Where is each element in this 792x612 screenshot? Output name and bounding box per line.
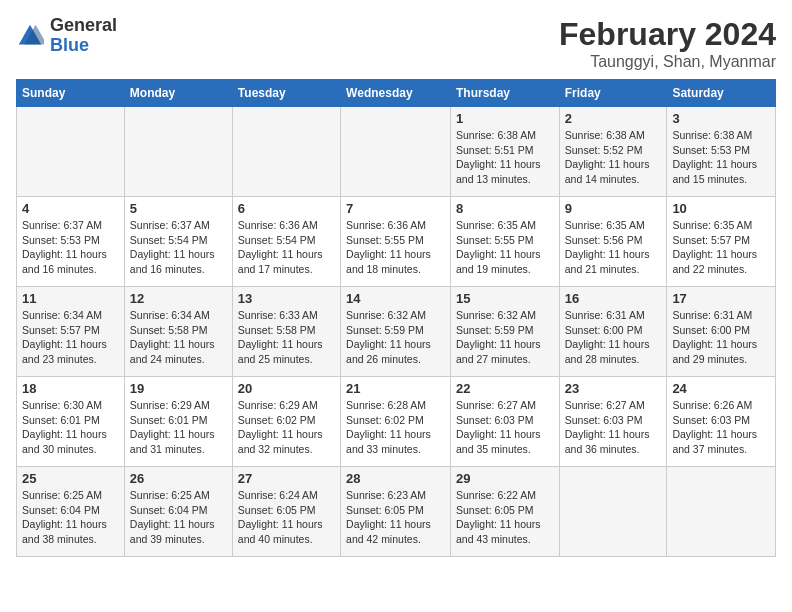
calendar-cell: 23Sunrise: 6:27 AMSunset: 6:03 PMDayligh… [559, 377, 667, 467]
calendar-cell: 27Sunrise: 6:24 AMSunset: 6:05 PMDayligh… [232, 467, 340, 557]
weekday-header: Tuesday [232, 80, 340, 107]
day-info: Sunrise: 6:36 AMSunset: 5:55 PMDaylight:… [346, 218, 445, 277]
calendar-week-row: 18Sunrise: 6:30 AMSunset: 6:01 PMDayligh… [17, 377, 776, 467]
calendar-cell: 10Sunrise: 6:35 AMSunset: 5:57 PMDayligh… [667, 197, 776, 287]
day-info: Sunrise: 6:26 AMSunset: 6:03 PMDaylight:… [672, 398, 770, 457]
day-info: Sunrise: 6:33 AMSunset: 5:58 PMDaylight:… [238, 308, 335, 367]
calendar-cell [341, 107, 451, 197]
day-info: Sunrise: 6:29 AMSunset: 6:01 PMDaylight:… [130, 398, 227, 457]
day-number: 23 [565, 381, 662, 396]
day-info: Sunrise: 6:38 AMSunset: 5:51 PMDaylight:… [456, 128, 554, 187]
day-info: Sunrise: 6:32 AMSunset: 5:59 PMDaylight:… [456, 308, 554, 367]
day-info: Sunrise: 6:35 AMSunset: 5:55 PMDaylight:… [456, 218, 554, 277]
calendar-cell: 15Sunrise: 6:32 AMSunset: 5:59 PMDayligh… [450, 287, 559, 377]
day-info: Sunrise: 6:24 AMSunset: 6:05 PMDaylight:… [238, 488, 335, 547]
day-number: 29 [456, 471, 554, 486]
logo-blue: Blue [50, 36, 117, 56]
day-info: Sunrise: 6:32 AMSunset: 5:59 PMDaylight:… [346, 308, 445, 367]
weekday-header: Friday [559, 80, 667, 107]
day-number: 21 [346, 381, 445, 396]
day-number: 9 [565, 201, 662, 216]
calendar-cell: 17Sunrise: 6:31 AMSunset: 6:00 PMDayligh… [667, 287, 776, 377]
calendar-table: SundayMondayTuesdayWednesdayThursdayFrid… [16, 79, 776, 557]
day-info: Sunrise: 6:37 AMSunset: 5:53 PMDaylight:… [22, 218, 119, 277]
calendar-cell: 2Sunrise: 6:38 AMSunset: 5:52 PMDaylight… [559, 107, 667, 197]
day-number: 27 [238, 471, 335, 486]
calendar-week-row: 4Sunrise: 6:37 AMSunset: 5:53 PMDaylight… [17, 197, 776, 287]
day-info: Sunrise: 6:34 AMSunset: 5:57 PMDaylight:… [22, 308, 119, 367]
calendar-cell: 20Sunrise: 6:29 AMSunset: 6:02 PMDayligh… [232, 377, 340, 467]
title-area: February 2024 Taunggyi, Shan, Myanmar [559, 16, 776, 71]
calendar-week-row: 25Sunrise: 6:25 AMSunset: 6:04 PMDayligh… [17, 467, 776, 557]
calendar-cell: 8Sunrise: 6:35 AMSunset: 5:55 PMDaylight… [450, 197, 559, 287]
calendar-cell: 22Sunrise: 6:27 AMSunset: 6:03 PMDayligh… [450, 377, 559, 467]
calendar-cell [559, 467, 667, 557]
calendar-cell: 4Sunrise: 6:37 AMSunset: 5:53 PMDaylight… [17, 197, 125, 287]
calendar-cell: 5Sunrise: 6:37 AMSunset: 5:54 PMDaylight… [124, 197, 232, 287]
day-number: 12 [130, 291, 227, 306]
day-info: Sunrise: 6:38 AMSunset: 5:53 PMDaylight:… [672, 128, 770, 187]
weekday-header: Saturday [667, 80, 776, 107]
calendar-cell: 12Sunrise: 6:34 AMSunset: 5:58 PMDayligh… [124, 287, 232, 377]
calendar-cell [124, 107, 232, 197]
page-header: General Blue February 2024 Taunggyi, Sha… [16, 16, 776, 71]
calendar-cell: 16Sunrise: 6:31 AMSunset: 6:00 PMDayligh… [559, 287, 667, 377]
day-info: Sunrise: 6:25 AMSunset: 6:04 PMDaylight:… [22, 488, 119, 547]
calendar-cell: 25Sunrise: 6:25 AMSunset: 6:04 PMDayligh… [17, 467, 125, 557]
calendar-cell: 29Sunrise: 6:22 AMSunset: 6:05 PMDayligh… [450, 467, 559, 557]
day-number: 11 [22, 291, 119, 306]
day-number: 14 [346, 291, 445, 306]
calendar-cell: 28Sunrise: 6:23 AMSunset: 6:05 PMDayligh… [341, 467, 451, 557]
month-year: February 2024 [559, 16, 776, 53]
day-number: 8 [456, 201, 554, 216]
day-number: 10 [672, 201, 770, 216]
day-info: Sunrise: 6:23 AMSunset: 6:05 PMDaylight:… [346, 488, 445, 547]
day-info: Sunrise: 6:27 AMSunset: 6:03 PMDaylight:… [456, 398, 554, 457]
calendar-cell: 18Sunrise: 6:30 AMSunset: 6:01 PMDayligh… [17, 377, 125, 467]
day-number: 16 [565, 291, 662, 306]
calendar-cell [232, 107, 340, 197]
day-number: 15 [456, 291, 554, 306]
day-number: 1 [456, 111, 554, 126]
day-info: Sunrise: 6:35 AMSunset: 5:56 PMDaylight:… [565, 218, 662, 277]
day-info: Sunrise: 6:36 AMSunset: 5:54 PMDaylight:… [238, 218, 335, 277]
weekday-header: Monday [124, 80, 232, 107]
calendar-cell: 3Sunrise: 6:38 AMSunset: 5:53 PMDaylight… [667, 107, 776, 197]
calendar-cell: 19Sunrise: 6:29 AMSunset: 6:01 PMDayligh… [124, 377, 232, 467]
day-info: Sunrise: 6:34 AMSunset: 5:58 PMDaylight:… [130, 308, 227, 367]
weekday-header: Sunday [17, 80, 125, 107]
calendar-cell: 11Sunrise: 6:34 AMSunset: 5:57 PMDayligh… [17, 287, 125, 377]
calendar-cell: 7Sunrise: 6:36 AMSunset: 5:55 PMDaylight… [341, 197, 451, 287]
day-number: 22 [456, 381, 554, 396]
day-info: Sunrise: 6:31 AMSunset: 6:00 PMDaylight:… [565, 308, 662, 367]
day-number: 2 [565, 111, 662, 126]
weekday-header: Thursday [450, 80, 559, 107]
calendar-cell: 13Sunrise: 6:33 AMSunset: 5:58 PMDayligh… [232, 287, 340, 377]
day-number: 28 [346, 471, 445, 486]
logo-icon [16, 22, 44, 50]
day-info: Sunrise: 6:22 AMSunset: 6:05 PMDaylight:… [456, 488, 554, 547]
day-number: 4 [22, 201, 119, 216]
weekday-header: Wednesday [341, 80, 451, 107]
day-number: 7 [346, 201, 445, 216]
day-number: 6 [238, 201, 335, 216]
calendar-header: SundayMondayTuesdayWednesdayThursdayFrid… [17, 80, 776, 107]
day-info: Sunrise: 6:38 AMSunset: 5:52 PMDaylight:… [565, 128, 662, 187]
day-number: 25 [22, 471, 119, 486]
calendar-cell: 24Sunrise: 6:26 AMSunset: 6:03 PMDayligh… [667, 377, 776, 467]
day-info: Sunrise: 6:27 AMSunset: 6:03 PMDaylight:… [565, 398, 662, 457]
calendar-cell [17, 107, 125, 197]
location: Taunggyi, Shan, Myanmar [559, 53, 776, 71]
calendar-cell: 21Sunrise: 6:28 AMSunset: 6:02 PMDayligh… [341, 377, 451, 467]
logo-general: General [50, 16, 117, 36]
day-number: 13 [238, 291, 335, 306]
calendar-body: 1Sunrise: 6:38 AMSunset: 5:51 PMDaylight… [17, 107, 776, 557]
logo: General Blue [16, 16, 117, 56]
calendar-week-row: 1Sunrise: 6:38 AMSunset: 5:51 PMDaylight… [17, 107, 776, 197]
calendar-cell [667, 467, 776, 557]
calendar-cell: 14Sunrise: 6:32 AMSunset: 5:59 PMDayligh… [341, 287, 451, 377]
day-number: 20 [238, 381, 335, 396]
calendar-cell: 6Sunrise: 6:36 AMSunset: 5:54 PMDaylight… [232, 197, 340, 287]
day-info: Sunrise: 6:28 AMSunset: 6:02 PMDaylight:… [346, 398, 445, 457]
day-number: 18 [22, 381, 119, 396]
